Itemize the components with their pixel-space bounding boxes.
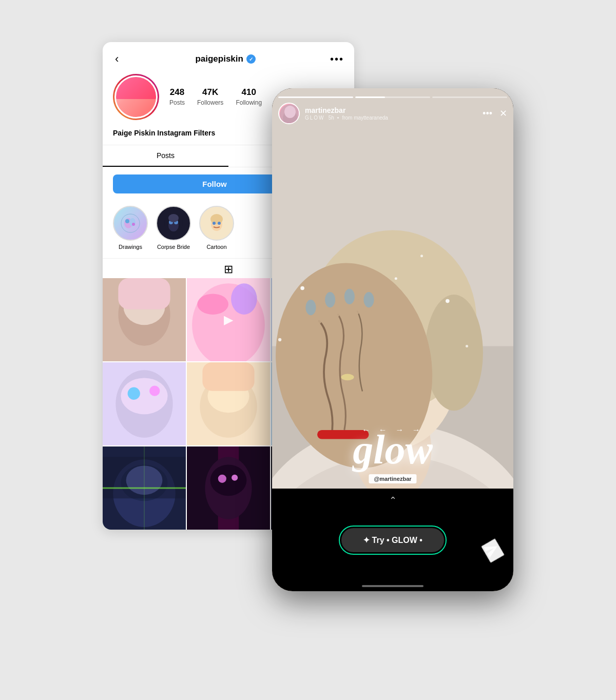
post-image-4 xyxy=(103,362,186,445)
story-bottom-bar: ⌃ ✦ Try • GLOW • xyxy=(272,489,513,591)
progress-bar-1 xyxy=(278,96,353,98)
home-indicator xyxy=(362,585,424,587)
highlight-drawings[interactable]: Drawings xyxy=(113,206,148,250)
progress-fill-2 xyxy=(355,96,385,98)
svg-rect-36 xyxy=(202,362,254,391)
chevron-up-icon: ⌃ xyxy=(389,495,397,506)
story-user-row: martinezbar GLOW 5h • from mayttearaneda… xyxy=(278,103,507,124)
profile-display-name: Paige Piskin Instagram Filters xyxy=(113,129,215,137)
post-thumb-4[interactable] xyxy=(103,362,186,445)
grid-view-icon[interactable]: ⊞ xyxy=(224,263,233,276)
following-count: 410 xyxy=(236,87,262,98)
story-filter-name: GLOW xyxy=(305,115,325,121)
followers-count: 47K xyxy=(197,87,223,98)
story-avatar xyxy=(278,103,300,124)
highlight-circle-cartoon xyxy=(199,206,234,241)
more-button[interactable]: ••• xyxy=(330,53,344,65)
svg-point-80 xyxy=(446,299,450,303)
svg-point-4 xyxy=(132,223,135,226)
story-user-info: martinezbar GLOW 5h • from mayttearaneda xyxy=(305,106,477,121)
svg-point-32 xyxy=(149,386,160,396)
svg-point-75 xyxy=(325,292,335,307)
highlight-corpse[interactable]: Corpse Bride xyxy=(156,206,191,250)
followers-label: Followers xyxy=(197,99,223,106)
avatar-container xyxy=(113,74,159,120)
posts-count: 248 xyxy=(169,87,185,98)
highlight-circle-drawings xyxy=(113,206,148,241)
profile-username-row: paigepiskin ✓ xyxy=(195,54,256,64)
username-text: paigepiskin xyxy=(195,54,243,64)
post-image-8 xyxy=(187,446,270,530)
verified-badge: ✓ xyxy=(246,54,256,64)
story-progress-bars xyxy=(278,96,507,98)
send-button[interactable] xyxy=(481,538,505,563)
svg-rect-18 xyxy=(118,278,170,309)
post-thumb-5[interactable] xyxy=(187,362,270,445)
svg-point-53 xyxy=(232,475,238,481)
profile-header: ‹ paigepiskin ✓ ••• xyxy=(103,42,354,74)
svg-point-67 xyxy=(425,295,483,411)
avatar xyxy=(114,75,158,119)
story-time: 5h xyxy=(329,115,334,121)
svg-point-31 xyxy=(128,387,140,400)
story-more-button[interactable]: ••• xyxy=(483,108,492,119)
svg-point-21 xyxy=(197,294,228,315)
highlight-circle-corpse xyxy=(156,206,191,241)
progress-bar-3 xyxy=(432,96,507,98)
tab-posts[interactable]: Posts xyxy=(103,145,228,167)
post-thumb-2[interactable]: ▶ xyxy=(187,278,270,361)
posts-stat: 248 Posts xyxy=(169,87,185,107)
svg-point-13 xyxy=(213,222,216,225)
username-tag: @martinezbar xyxy=(369,474,416,483)
highlight-label-drawings: Drawings xyxy=(119,244,142,250)
story-from-label: from mayttearaneda xyxy=(342,115,388,121)
try-filter-button-container: ✦ Try • GLOW • xyxy=(339,526,447,555)
back-button[interactable]: ‹ xyxy=(113,50,121,68)
svg-point-3 xyxy=(125,219,129,223)
avatar-hair xyxy=(116,77,156,99)
post-thumb-8[interactable] xyxy=(187,446,270,530)
story-meta: GLOW 5h • from mayttearaneda xyxy=(305,114,477,121)
story-username: martinezbar xyxy=(305,106,477,114)
svg-point-52 xyxy=(218,475,226,483)
svg-point-86 xyxy=(284,106,296,118)
svg-point-76 xyxy=(344,289,355,304)
svg-point-12 xyxy=(210,214,223,224)
post-image-7 xyxy=(103,446,186,530)
post-image-1 xyxy=(103,278,186,361)
svg-point-51 xyxy=(210,464,247,496)
highlight-label-corpse: Corpse Bride xyxy=(157,244,190,250)
story-container: glow ← ← → → @martinezbar xyxy=(272,88,513,591)
avatar-face xyxy=(116,77,156,117)
posts-label: Posts xyxy=(169,99,185,106)
svg-point-83 xyxy=(420,255,423,257)
phone-panel: glow ← ← → → @martinezbar xyxy=(272,88,513,591)
svg-point-14 xyxy=(218,222,221,225)
svg-point-30 xyxy=(121,378,167,414)
svg-point-74 xyxy=(305,300,316,315)
svg-point-82 xyxy=(278,338,281,341)
post-thumb-1[interactable] xyxy=(103,278,186,361)
post-image-5 xyxy=(187,362,270,445)
following-label: Following xyxy=(236,99,262,106)
following-stat: 410 Following xyxy=(236,87,262,107)
story-actions: ••• ✕ xyxy=(483,108,507,119)
highlight-label-cartoon: Cartoon xyxy=(206,244,226,250)
progress-bar-2 xyxy=(355,96,430,98)
svg-point-9 xyxy=(168,214,179,222)
svg-point-22 xyxy=(231,283,257,315)
svg-point-73 xyxy=(341,374,354,381)
svg-point-77 xyxy=(363,292,374,307)
post-thumb-7[interactable] xyxy=(103,446,186,530)
svg-point-81 xyxy=(466,345,468,347)
svg-point-79 xyxy=(395,277,397,280)
svg-point-78 xyxy=(300,286,304,290)
story-separator: • xyxy=(337,115,339,121)
try-filter-button[interactable]: ✦ Try • GLOW • xyxy=(341,528,444,552)
glow-decoration-arrows: ← ← → → xyxy=(362,425,423,435)
play-icon-2: ▶ xyxy=(224,313,233,327)
followers-stat: 47K Followers xyxy=(197,87,223,107)
story-close-button[interactable]: ✕ xyxy=(499,108,507,119)
highlight-cartoon[interactable]: Cartoon xyxy=(199,206,234,250)
